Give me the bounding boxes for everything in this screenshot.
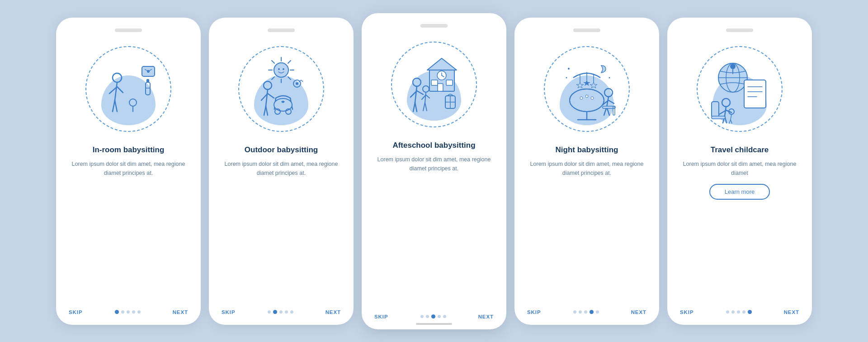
- svg-line-47: [415, 103, 417, 112]
- svg-line-27: [266, 106, 268, 115]
- svg-rect-10: [146, 82, 150, 95]
- svg-marker-64: [590, 82, 597, 88]
- svg-line-5: [117, 87, 123, 93]
- svg-point-75: [604, 89, 613, 97]
- card-desc-4: Lorem ipsum dolor sit dim amet, mea regi…: [524, 159, 650, 178]
- svg-point-72: [591, 97, 594, 99]
- dots-3: [420, 314, 446, 319]
- dots-2: [268, 310, 293, 314]
- card-desc-1: Lorem ipsum dolor sit dim amet, mea regi…: [65, 159, 192, 178]
- dot-4-4: [590, 310, 594, 314]
- dot-1-5: [137, 310, 141, 314]
- dot-5-3: [737, 310, 740, 314]
- skip-button-4[interactable]: SKIP: [527, 309, 541, 315]
- dot-4-1: [573, 310, 576, 314]
- svg-point-0: [113, 73, 122, 82]
- next-button-4[interactable]: NEXT: [631, 309, 646, 315]
- svg-marker-62: [576, 82, 584, 88]
- illustration-3: [384, 35, 484, 134]
- dot-3-3: [431, 314, 435, 319]
- dot-5-4: [742, 310, 745, 314]
- illustration-1: [79, 39, 178, 139]
- dot-2-2: [273, 310, 277, 314]
- svg-point-13: [274, 63, 288, 77]
- svg-point-83: [730, 64, 736, 69]
- svg-point-70: [580, 97, 583, 99]
- svg-rect-92: [712, 116, 725, 119]
- card-title-1: In-room babysitting: [93, 145, 165, 155]
- phone-notch-1: [115, 28, 142, 32]
- skip-button-5[interactable]: SKIP: [680, 309, 694, 315]
- dot-4-3: [584, 310, 587, 314]
- next-button-2[interactable]: NEXT: [326, 309, 341, 315]
- phone-notch-2: [268, 28, 295, 32]
- learn-more-button[interactable]: Learn more: [709, 184, 770, 200]
- svg-line-36: [301, 80, 303, 82]
- svg-marker-63: [583, 80, 590, 86]
- skip-button-2[interactable]: SKIP: [222, 309, 236, 315]
- svg-point-24: [264, 81, 272, 89]
- card-footer-2: SKIP NEXT: [209, 309, 354, 315]
- svg-line-2: [113, 100, 115, 112]
- svg-rect-91: [712, 102, 719, 117]
- svg-line-95: [729, 120, 731, 123]
- svg-point-66: [609, 77, 610, 78]
- svg-line-45: [415, 86, 417, 103]
- phone-card-1: In-room babysitting Lorem ipsum dolor si…: [56, 18, 201, 325]
- screens-container: In-room babysitting Lorem ipsum dolor si…: [38, 0, 830, 342]
- svg-line-96: [731, 120, 732, 123]
- dot-2-1: [268, 310, 271, 314]
- svg-point-88: [722, 98, 730, 107]
- svg-point-23: [283, 68, 284, 70]
- svg-line-94: [731, 114, 731, 120]
- next-button-5[interactable]: NEXT: [784, 309, 799, 315]
- phone-card-2: Outdoor babysitting Lorem ipsum dolor si…: [209, 18, 354, 325]
- dot-1-3: [127, 310, 130, 314]
- dot-5-2: [731, 310, 735, 314]
- skip-button-1[interactable]: SKIP: [69, 309, 83, 315]
- card-footer-1: SKIP NEXT: [56, 309, 201, 315]
- svg-point-65: [568, 68, 570, 70]
- skip-button-3[interactable]: SKIP: [374, 314, 388, 319]
- svg-line-1: [115, 82, 117, 100]
- svg-line-3: [115, 100, 117, 112]
- card-title-2: Outdoor babysitting: [245, 145, 318, 155]
- dot-1-2: [121, 310, 124, 314]
- dots-5: [726, 310, 752, 314]
- svg-line-53: [425, 103, 427, 111]
- next-button-3[interactable]: NEXT: [478, 314, 494, 319]
- dot-5-1: [726, 310, 729, 314]
- dot-3-1: [420, 315, 424, 318]
- next-button-1[interactable]: NEXT: [173, 309, 188, 315]
- svg-point-50: [423, 86, 429, 92]
- svg-rect-41: [431, 80, 438, 85]
- dot-5-5: [748, 310, 752, 314]
- svg-line-21: [272, 77, 274, 80]
- card-title-3: Afteschool babysitting: [392, 141, 475, 150]
- illustration-4: [537, 39, 637, 139]
- card-title-4: Night babysitting: [556, 145, 618, 155]
- card-desc-5: Lorem ipsum dolor sit dim amet, mea regi…: [676, 159, 803, 178]
- card-title-5: Travel childcare: [711, 145, 769, 155]
- svg-rect-43: [438, 84, 443, 91]
- svg-line-25: [266, 89, 268, 106]
- dot-2-4: [285, 310, 288, 314]
- card-desc-2: Lorem ipsum dolor sit dim amet, mea regi…: [218, 159, 344, 178]
- night-icon-4: [551, 53, 623, 125]
- dot-3-4: [438, 315, 441, 318]
- illustration-2: [231, 39, 331, 139]
- svg-rect-84: [744, 80, 766, 108]
- svg-line-51: [425, 92, 426, 103]
- dot-4-5: [596, 310, 599, 314]
- card-footer-4: SKIP NEXT: [514, 309, 659, 315]
- svg-line-55: [426, 95, 429, 98]
- phone-card-5: Travel childcare Lorem ipsum dolor sit d…: [667, 18, 812, 325]
- afterschool-icon-3: [398, 48, 470, 121]
- svg-line-49: [417, 91, 423, 94]
- card-desc-3: Lorem ipsum dolor sit dim amet, mea regi…: [371, 155, 497, 173]
- svg-line-29: [268, 94, 274, 98]
- svg-line-18: [272, 61, 274, 63]
- svg-point-6: [129, 99, 137, 106]
- babysitting-icon-1: [92, 53, 165, 125]
- card-footer-3: SKIP NEXT: [362, 314, 506, 319]
